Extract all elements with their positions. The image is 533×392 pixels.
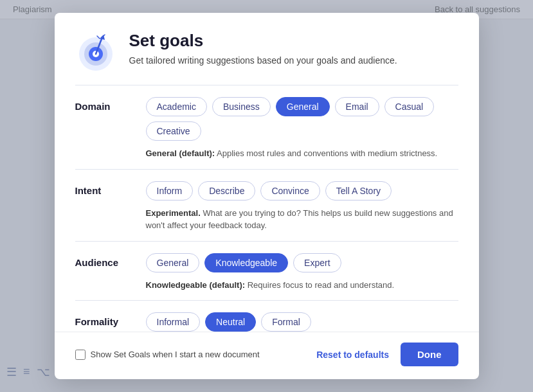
pill-casual[interactable]: Casual — [384, 97, 435, 116]
domain-pills: Academic Business General Email Casual C… — [146, 97, 458, 141]
set-goals-modal: Set goals Get tailored writing suggestio… — [55, 13, 479, 379]
audience-pills: General Knowledgeable Expert — [146, 253, 458, 272]
target-icon — [75, 31, 116, 72]
formality-label: Formality — [75, 312, 146, 332]
modal-overlay: Set goals Get tailored writing suggestio… — [0, 0, 533, 392]
modal-body: Domain Academic Business General Email C… — [55, 85, 479, 332]
pill-creative[interactable]: Creative — [146, 121, 201, 141]
show-set-goals-checkbox-label[interactable]: Show Set Goals when I start a new docume… — [75, 350, 260, 360]
intent-note: Experimental. What are you trying to do?… — [146, 207, 458, 232]
reset-to-defaults-button[interactable]: Reset to defaults — [314, 344, 392, 365]
show-set-goals-checkbox[interactable] — [75, 350, 86, 360]
pill-neutral[interactable]: Neutral — [205, 312, 256, 332]
modal-title-area: Set goals Get tailored writing suggestio… — [129, 31, 397, 67]
pill-formal[interactable]: Formal — [261, 312, 311, 332]
pill-inform[interactable]: Inform — [146, 181, 194, 200]
pill-general-audience[interactable]: General — [146, 253, 200, 272]
formality-content: Informal Neutral Formal — [146, 312, 458, 332]
intent-label: Intent — [75, 181, 146, 232]
pill-describe[interactable]: Describe — [198, 181, 255, 200]
modal-footer: Show Set Goals when I start a new docume… — [55, 332, 479, 379]
domain-note: General (default): Applies most rules an… — [146, 147, 458, 160]
audience-content: General Knowledgeable Expert Knowledgeab… — [146, 253, 458, 292]
pill-business[interactable]: Business — [212, 97, 271, 116]
audience-label: Audience — [75, 253, 146, 292]
modal-title: Set goals — [129, 31, 397, 51]
domain-note-bold: General (default): — [146, 148, 215, 158]
done-button[interactable]: Done — [401, 343, 458, 366]
audience-note-text: Requires focus to read and understand. — [248, 280, 394, 290]
intent-pills: Inform Describe Convince Tell A Story — [146, 181, 458, 200]
pill-convince[interactable]: Convince — [260, 181, 320, 200]
domain-section: Domain Academic Business General Email C… — [75, 85, 458, 169]
intent-content: Inform Describe Convince Tell A Story Ex… — [146, 181, 458, 232]
pill-academic[interactable]: Academic — [146, 97, 207, 116]
checkbox-text: Show Set Goals when I start a new docume… — [91, 350, 260, 359]
intent-section: Intent Inform Describe Convince Tell A S… — [75, 169, 458, 241]
pill-informal[interactable]: Informal — [146, 312, 201, 332]
domain-note-text: Applies most rules and conventions with … — [217, 148, 437, 158]
audience-section: Audience General Knowledgeable Expert Kn… — [75, 241, 458, 301]
intent-note-bold: Experimental. — [146, 208, 201, 218]
formality-pills: Informal Neutral Formal — [146, 312, 458, 332]
domain-label: Domain — [75, 97, 146, 160]
pill-knowledgeable[interactable]: Knowledgeable — [204, 253, 288, 272]
formality-section: Formality Informal Neutral Formal — [75, 300, 458, 332]
pill-expert[interactable]: Expert — [293, 253, 341, 272]
pill-email[interactable]: Email — [335, 97, 379, 116]
audience-note-bold: Knowledgeable (default): — [146, 280, 246, 290]
domain-content: Academic Business General Email Casual C… — [146, 97, 458, 160]
modal-subtitle: Get tailored writing suggestions based o… — [129, 55, 397, 67]
footer-actions: Reset to defaults Done — [314, 343, 458, 366]
pill-general[interactable]: General — [276, 97, 330, 116]
audience-note: Knowledgeable (default): Requires focus … — [146, 279, 458, 292]
modal-header: Set goals Get tailored writing suggestio… — [55, 13, 479, 85]
pill-tell-a-story[interactable]: Tell A Story — [325, 181, 392, 200]
